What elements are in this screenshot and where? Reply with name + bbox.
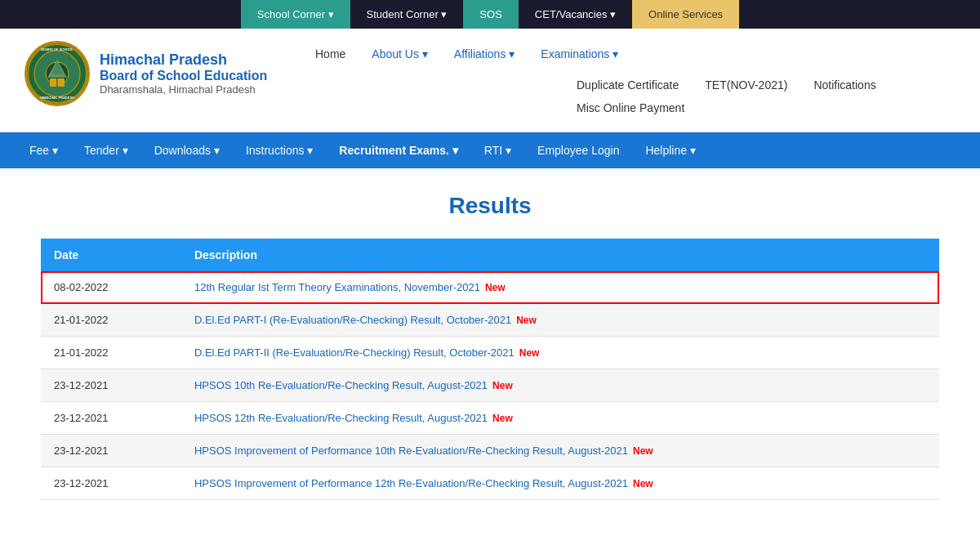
site-header: BOARD OF SCHOOL HIMACHAL PRADESH Himacha… [0, 29, 980, 132]
blue-nav-downloads[interactable]: Downloads ▾ [141, 132, 233, 168]
col-header-description: Description [181, 239, 939, 271]
result-description[interactable]: HPSOS 12th Re-Evaluation/Re-Checking Res… [181, 402, 939, 435]
table-row: 23-12-2021HPSOS Improvement of Performan… [41, 467, 939, 500]
table-row: 23-12-2021HPSOS 10th Re-Evaluation/Re-Ch… [41, 369, 939, 402]
table-row: 21-01-2022D.El.Ed PART-II (Re-Evaluation… [41, 337, 939, 369]
result-link[interactable]: 12th Regular Ist Term Theory Examination… [194, 281, 480, 293]
result-date: 23-12-2021 [41, 369, 181, 402]
result-link[interactable]: HPSOS Improvement of Performance 10th Re… [194, 444, 628, 457]
org-location: Dharamshala, Himachal Pradesh [100, 83, 267, 96]
new-badge: New [492, 380, 513, 391]
result-date: 21-01-2022 [41, 337, 181, 369]
result-link[interactable]: D.El.Ed PART-I (Re-Evaluation/Re-Checkin… [194, 314, 511, 326]
org-name-line1: Himachal Pradesh [100, 51, 267, 69]
blue-nav-helpline[interactable]: Helpline ▾ [632, 132, 708, 168]
result-link[interactable]: HPSOS Improvement of Performance 12th Re… [194, 477, 628, 489]
result-link[interactable]: D.El.Ed PART-II (Re-Evaluation/Re-Checki… [194, 346, 514, 359]
result-date: 23-12-2021 [41, 402, 181, 435]
nav-misc-payment[interactable]: Misc Online Payment [564, 96, 697, 119]
table-header: Date Description [41, 239, 939, 271]
svg-text:BOARD OF SCHOOL: BOARD OF SCHOOL [41, 47, 74, 51]
new-badge: New [633, 478, 653, 489]
table-row: 08-02-202212th Regular Ist Term Theory E… [41, 271, 939, 304]
blue-nav-employee-login[interactable]: Employee Login [524, 132, 632, 168]
main-content: Results Date Description 08-02-202212th … [0, 168, 980, 525]
new-badge: New [519, 347, 540, 359]
table-body: 08-02-202212th Regular Ist Term Theory E… [41, 271, 939, 500]
nav-notifications[interactable]: Notifications [800, 74, 889, 96]
result-description[interactable]: D.El.Ed PART-I (Re-Evaluation/Re-Checkin… [181, 304, 939, 337]
new-badge: New [485, 282, 506, 293]
result-date: 21-01-2022 [41, 304, 181, 337]
blue-nav-fee[interactable]: Fee ▾ [16, 132, 71, 168]
svg-text:HIMACHAL PRADESH: HIMACHAL PRADESH [40, 96, 74, 100]
top-nav-online-services[interactable]: Online Services [632, 0, 739, 29]
top-nav-sos[interactable]: SOS [463, 0, 518, 29]
nav-about[interactable]: About Us ▾ [359, 41, 440, 67]
nav-affiliations[interactable]: Affiliations ▾ [441, 41, 528, 67]
top-nav-cet[interactable]: CET/Vacancies ▾ [519, 0, 632, 29]
organization-logo: BOARD OF SCHOOL HIMACHAL PRADESH [24, 41, 90, 106]
top-nav-student-corner[interactable]: Student Corner ▾ [350, 0, 464, 29]
table-row: 23-12-2021HPSOS 12th Re-Evaluation/Re-Ch… [41, 402, 939, 435]
blue-nav-recruitment[interactable]: Recruitment Exams. ▾ [326, 132, 471, 168]
result-description[interactable]: D.El.Ed PART-II (Re-Evaluation/Re-Checki… [181, 337, 939, 369]
new-badge: New [516, 315, 537, 326]
main-navigation: Home About Us ▾ Affiliations ▾ Examinati… [286, 41, 956, 67]
blue-navigation-bar: Fee ▾ Tender ▾ Downloads ▾ Instructions … [0, 132, 980, 168]
new-badge: New [633, 445, 653, 457]
result-description[interactable]: 12th Regular Ist Term Theory Examination… [181, 271, 939, 304]
results-table: Date Description 08-02-202212th Regular … [41, 239, 939, 500]
result-date: 08-02-2022 [41, 271, 181, 304]
result-description[interactable]: HPSOS Improvement of Performance 10th Re… [181, 435, 939, 467]
new-badge: New [492, 413, 513, 424]
top-navigation: School Corner ▾ Student Corner ▾ SOS CET… [0, 0, 980, 29]
result-date: 23-12-2021 [41, 435, 181, 467]
result-date: 23-12-2021 [41, 467, 181, 500]
secondary-navigation: Duplicate Certificate TET(NOV-2021) Noti… [547, 67, 956, 119]
result-link[interactable]: HPSOS 12th Re-Evaluation/Re-Checking Res… [194, 412, 488, 424]
result-description[interactable]: HPSOS 10th Re-Evaluation/Re-Checking Res… [181, 369, 939, 402]
nav-examinations[interactable]: Examinations ▾ [528, 41, 631, 67]
blue-nav-tender[interactable]: Tender ▾ [71, 132, 141, 168]
nav-tet[interactable]: TET(NOV-2021) [692, 74, 800, 96]
org-name-line2: Board of School Education [100, 69, 267, 83]
result-description[interactable]: HPSOS Improvement of Performance 12th Re… [181, 467, 939, 500]
top-nav-school-corner[interactable]: School Corner ▾ [241, 0, 350, 29]
nav-home[interactable]: Home [302, 41, 359, 67]
nav-duplicate-cert[interactable]: Duplicate Certificate [564, 74, 692, 96]
organization-info: Himachal Pradesh Board of School Educati… [100, 51, 267, 96]
result-link[interactable]: HPSOS 10th Re-Evaluation/Re-Checking Res… [194, 379, 488, 391]
table-row: 23-12-2021HPSOS Improvement of Performan… [41, 435, 939, 467]
blue-nav-rti[interactable]: RTI ▾ [471, 132, 524, 168]
page-title: Results [33, 193, 947, 219]
table-row: 21-01-2022D.El.Ed PART-I (Re-Evaluation/… [41, 304, 939, 337]
col-header-date: Date [41, 239, 181, 271]
logo-area: BOARD OF SCHOOL HIMACHAL PRADESH Himacha… [24, 41, 286, 106]
blue-nav-instructions[interactable]: Instructions ▾ [233, 132, 326, 168]
